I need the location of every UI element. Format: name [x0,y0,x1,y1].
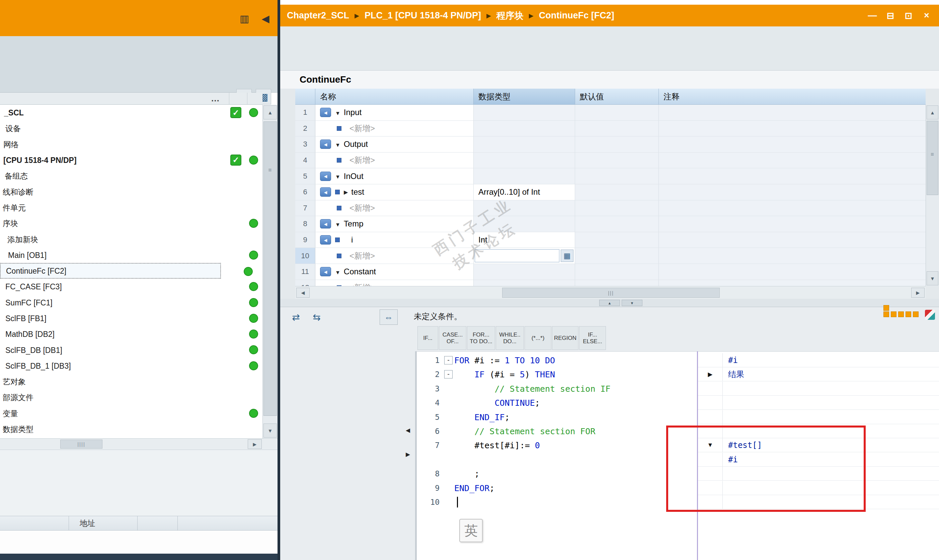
chevron-down-icon[interactable] [335,172,341,181]
breadcrumb-project[interactable]: Chapter2_SCL [287,10,349,21]
tree-item-sclfb-db[interactable]: SclFB_DB [DB1] [0,342,262,358]
scroll-right-button[interactable]: ▶ [248,439,262,449]
panel-grid-icon[interactable]: ▥ [237,11,252,26]
restore-icon[interactable]: ⊟ [884,10,897,21]
comment-cell[interactable] [659,216,926,232]
browse-type-icon[interactable]: ▦ [561,249,574,262]
default-cell[interactable] [575,264,659,280]
default-cell[interactable] [575,121,659,137]
code-line[interactable]: 1 FOR #i := 1 TO 10 DO [417,353,697,367]
code-line[interactable]: 6 // Statement section FOR [417,424,697,438]
favorite-slot[interactable] [883,311,889,317]
table-row-test[interactable]: 6 test Array[0..10] of Int [295,184,926,200]
datatype-cell[interactable] [474,216,575,232]
tree-item-add-block[interactable]: 添加新块 [0,231,262,247]
maximize-icon[interactable]: ⊡ [902,10,915,21]
code-line[interactable]: 9 END_FOR; [417,481,697,495]
chevron-down-icon[interactable] [335,108,341,117]
datatype-cell[interactable] [474,280,575,286]
favorites-toggle-icon[interactable] [925,310,935,320]
tree-item-software-units[interactable]: 件单元 [0,200,262,215]
table-row-add-new-editing[interactable]: 10 <新增> ▦ [295,248,926,264]
tree-item-main-ob1[interactable]: Main [OB1] [0,247,262,263]
datatype-cell[interactable] [474,200,575,216]
default-cell[interactable] [575,200,659,216]
chevron-down-icon[interactable] [335,220,341,228]
tree-item-tech-objects[interactable]: 艺对象 [0,374,262,389]
default-cell[interactable] [575,184,659,200]
favorite-slot[interactable] [891,311,896,317]
scroll-up-button[interactable]: ▲ [264,105,277,119]
tree-item-sclfb-db1[interactable]: SclFB_DB_1 [DB3] [0,358,262,374]
default-cell[interactable] [575,248,659,264]
breadcrumb-plc[interactable]: PLC_1 [CPU 1518-4 PN/DP] [365,10,481,21]
snippet-case-of[interactable]: CASE... OF... [439,326,466,350]
snippet-if-else[interactable]: IF... ELSE... [579,326,606,350]
default-cell[interactable] [575,152,659,168]
comment-cell[interactable] [659,121,926,137]
datatype-cell[interactable] [474,121,575,137]
table-row-add-new[interactable]: 12 <新增> [295,280,926,286]
snippet-while-do[interactable]: WHILE.. DO... [496,326,524,350]
collapse-pane-left-icon[interactable]: ◀ [406,427,410,434]
tree-item-fc-case[interactable]: FC_CASE [FC3] [0,278,262,294]
scrollbar-thumb[interactable]: ||| [502,288,720,298]
code-line[interactable]: 7 #test[#i]:= 0 [417,438,697,452]
table-row-add-new[interactable]: 7 <新增> [295,200,926,217]
scroll-right-button[interactable]: ▶ [911,288,925,298]
comment-cell[interactable] [659,200,926,216]
scrollbar-thumb[interactable]: |||| [60,440,102,449]
column-header-default[interactable]: 默认值 [575,89,659,105]
close-icon[interactable]: × [920,10,933,21]
splitter-up-button[interactable]: ▲ [599,300,620,306]
scroll-up-button[interactable]: ▲ [927,105,938,119]
datatype-cell[interactable]: Int [474,232,575,248]
favorite-slot[interactable] [883,305,889,311]
tree-horizontal-scrollbar[interactable]: |||| ▶ [0,438,278,450]
table-vertical-scrollbar[interactable]: ▲ ≡ ▼ [926,105,939,286]
expand-down-icon[interactable] [698,438,723,452]
comment-cell[interactable] [659,280,926,286]
tree-item-sclfb[interactable]: SclFB [FB1] [0,311,262,326]
tree-item-external-sources[interactable]: 部源文件 [0,389,262,405]
splitter-down-button[interactable]: ▼ [621,300,642,306]
expand-right-icon[interactable] [698,367,723,381]
column-header-name[interactable]: 名称 [315,89,474,105]
default-cell[interactable] [575,232,659,248]
expand-editor-icon[interactable]: ⇔ [379,309,398,325]
tree-item-mathdb[interactable]: MathDB [DB2] [0,326,262,342]
scroll-down-button[interactable]: ▼ [264,423,277,438]
comment-cell[interactable] [659,248,926,264]
row-name[interactable]: <新增> [350,123,375,134]
comment-cell[interactable] [659,184,926,200]
snippet-if[interactable]: IF... [418,326,438,350]
chevron-down-icon[interactable] [335,267,341,276]
tree-item-plc-datatypes[interactable]: 数据类型 [0,421,262,437]
table-horizontal-scrollbar[interactable]: ◀ ||| ▶ [295,286,926,299]
compare-right-icon[interactable]: ⇆ [308,309,325,325]
scrollbar-thumb[interactable]: ≡ [264,122,277,416]
datatype-cell[interactable] [474,105,575,120]
address-column-header[interactable]: 地址 [69,516,137,530]
row-name[interactable]: test [351,187,364,197]
table-row-add-new[interactable]: 4 <新增> [295,152,926,169]
comment-cell[interactable] [659,137,926,152]
table-row-input[interactable]: 1 Input [295,105,926,121]
tree-item-plc[interactable]: [CPU 1518-4 PN/DP] [0,152,262,168]
default-cell[interactable] [575,105,659,120]
table-row-i[interactable]: 9 i Int [295,232,926,248]
table-row-temp[interactable]: 8 Temp [295,216,926,232]
breadcrumb-program-blocks[interactable]: 程序块 [496,10,524,22]
datatype-input[interactable] [475,249,560,262]
tree-vertical-scrollbar[interactable]: ▲ ≡ ▼ [262,105,278,438]
tree-item-continuefc[interactable]: ContinueFc [FC2] [0,263,221,278]
snippet-region[interactable]: REGION [552,326,578,350]
fold-toggle-icon[interactable] [443,353,454,367]
breadcrumb-block[interactable]: ContinueFc [FC2] [539,10,614,21]
default-cell[interactable] [575,168,659,184]
expand-pane-right-icon[interactable]: ▶ [406,451,410,458]
table-row-output[interactable]: 3 Output [295,137,926,152]
table-row-inout[interactable]: 5 InOut [295,168,926,184]
tree-item-online-diag[interactable]: 线和诊断 [0,184,262,199]
code-line-current[interactable]: 10 [417,495,697,509]
